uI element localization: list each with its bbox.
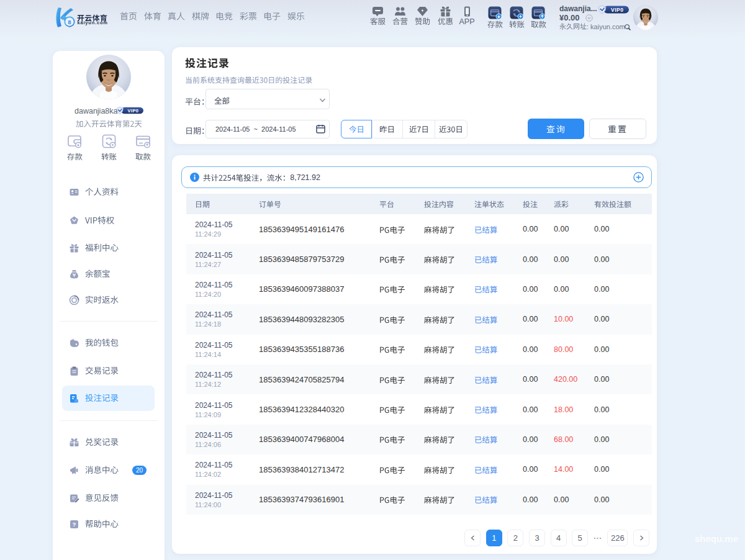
svg-text:VIP0: VIP0 [127,108,138,114]
svg-text:8: 8 [68,19,71,25]
svg-text:?: ? [73,521,76,528]
svg-text:VIP0: VIP0 [611,7,623,13]
